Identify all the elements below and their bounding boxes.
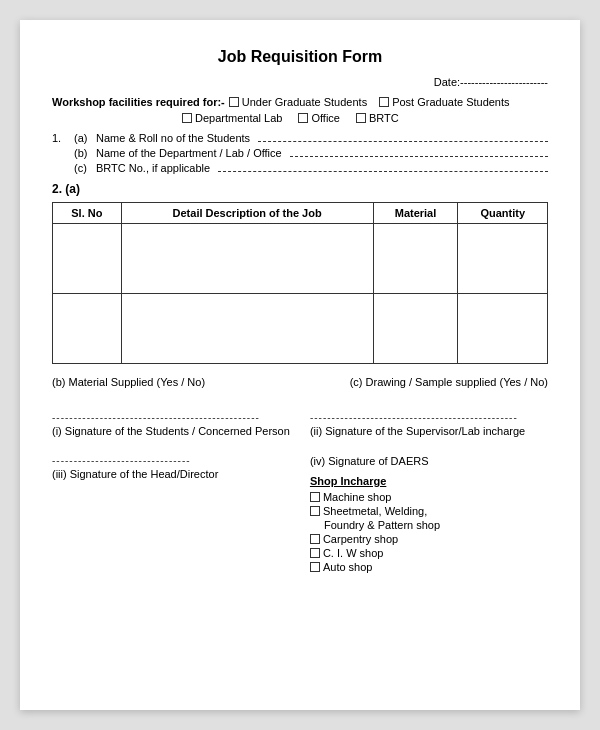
shop-item-4: C. I. W shop <box>310 547 548 559</box>
workshop-row1: Workshop facilities required for:- Under… <box>52 96 548 108</box>
field-letter-a: (a) <box>74 132 96 144</box>
undergrad-label: Under Graduate Students <box>242 96 367 108</box>
shop-item-3: Carpentry shop <box>310 533 548 545</box>
sig-item-3: -------------------------------- (iii) S… <box>52 455 290 480</box>
checkbox-box4 <box>298 113 308 123</box>
drawing-supplied: (c) Drawing / Sample supplied (Yes / No) <box>350 376 548 388</box>
field-row-c: (c) BRTC No., if applicable <box>52 162 548 174</box>
cell-slno-1 <box>53 224 122 294</box>
cell-material-2 <box>373 294 458 364</box>
col-description: Detail Description of the Job <box>121 203 373 224</box>
field-row-a: 1. (a) Name & Roll no of the Students <box>52 132 548 144</box>
postgrad-label: Post Graduate Students <box>392 96 509 108</box>
field-text-b: Name of the Department / Lab / Office <box>96 147 282 159</box>
checkbox-sheetmetal <box>310 506 320 516</box>
cell-slno-2 <box>53 294 122 364</box>
signatures-section: ----------------------------------------… <box>52 412 548 575</box>
sig-dashes-2: ----------------------------------------… <box>310 412 548 423</box>
table-row <box>53 294 548 364</box>
field-letter-b: (b) <box>74 147 96 159</box>
cell-material-1 <box>373 224 458 294</box>
sig-row-2: -------------------------------- (iii) S… <box>52 455 548 575</box>
sig-item-4: (iv) Signature of DAERS Shop Incharge Ma… <box>310 455 548 575</box>
cell-qty-1 <box>458 224 548 294</box>
carpentry-label: Carpentry shop <box>323 533 398 545</box>
checkbox-ciw <box>310 548 320 558</box>
checkbox-box3 <box>182 113 192 123</box>
sheetmetal-label: Sheetmetal, Welding, <box>323 505 427 517</box>
dotted-line-c <box>218 171 548 172</box>
form-page: Job Requisition Form Date:--------------… <box>20 20 580 710</box>
shop-item-5: Auto shop <box>310 561 548 573</box>
section-2a-label: 2. (a) <box>52 182 548 196</box>
date-line: Date:------------------------ <box>52 76 548 88</box>
sig-dashes-3: -------------------------------- <box>52 455 290 466</box>
cell-desc-2 <box>121 294 373 364</box>
field-num: 1. <box>52 132 74 144</box>
field-row-b: (b) Name of the Department / Lab / Offic… <box>52 147 548 159</box>
checkbox-brtc: BRTC <box>356 112 399 124</box>
shop-item-1: Machine shop <box>310 491 548 503</box>
checkbox-machine <box>310 492 320 502</box>
checkbox-box <box>229 97 239 107</box>
shop-item-2: Sheetmetal, Welding, <box>310 505 548 517</box>
office-label: Office <box>311 112 340 124</box>
checkbox-carpentry <box>310 534 320 544</box>
auto-label: Auto shop <box>323 561 373 573</box>
sig-item-2: ----------------------------------------… <box>310 412 548 437</box>
ciw-label: C. I. W shop <box>323 547 384 559</box>
workshop-label: Workshop facilities required for:- <box>52 96 225 108</box>
sig-label-3: (iii) Signature of the Head/Director <box>52 468 290 480</box>
material-supplied: (b) Material Supplied (Yes / No) <box>52 376 205 388</box>
checkbox-undergrad: Under Graduate Students <box>229 96 367 108</box>
col-slno: Sl. No <box>53 203 122 224</box>
cell-qty-2 <box>458 294 548 364</box>
sig-dashes-1: ----------------------------------------… <box>52 412 290 423</box>
col-quantity: Quantity <box>458 203 548 224</box>
form-title: Job Requisition Form <box>52 48 548 66</box>
dotted-line-b <box>290 156 548 157</box>
brtc-label: BRTC <box>369 112 399 124</box>
field-letter-c: (c) <box>74 162 96 174</box>
sig-label-4: (iv) Signature of DAERS <box>310 455 548 467</box>
field-text-c: BRTC No., if applicable <box>96 162 210 174</box>
shop-incharge-title: Shop Incharge <box>310 475 548 487</box>
fields-section: 1. (a) Name & Roll no of the Students (b… <box>52 132 548 174</box>
col-material: Material <box>373 203 458 224</box>
sig-row-1: ----------------------------------------… <box>52 412 548 437</box>
sig-item-1: ----------------------------------------… <box>52 412 290 437</box>
checkbox-office: Office <box>298 112 340 124</box>
checkbox-box2 <box>379 97 389 107</box>
main-table: Sl. No Detail Description of the Job Mat… <box>52 202 548 364</box>
shop-incharge: Shop Incharge Machine shop Sheetmetal, W… <box>310 475 548 573</box>
field-text-a: Name & Roll no of the Students <box>96 132 250 144</box>
checkbox-box5 <box>356 113 366 123</box>
machine-label: Machine shop <box>323 491 392 503</box>
table-row <box>53 224 548 294</box>
deptlab-label: Departmental Lab <box>195 112 282 124</box>
dotted-line-a <box>258 141 548 142</box>
below-table: (b) Material Supplied (Yes / No) (c) Dra… <box>52 376 548 388</box>
foundry-label: Foundry & Pattern shop <box>324 519 548 531</box>
checkbox-auto <box>310 562 320 572</box>
checkbox-deptlab: Departmental Lab <box>182 112 282 124</box>
table-header-row: Sl. No Detail Description of the Job Mat… <box>53 203 548 224</box>
workshop-row2: Departmental Lab Office BRTC <box>182 112 548 124</box>
checkbox-postgrad: Post Graduate Students <box>379 96 509 108</box>
cell-desc-1 <box>121 224 373 294</box>
sig-label-1: (i) Signature of the Students / Concerne… <box>52 425 290 437</box>
sig-label-2: (ii) Signature of the Supervisor/Lab inc… <box>310 425 548 437</box>
